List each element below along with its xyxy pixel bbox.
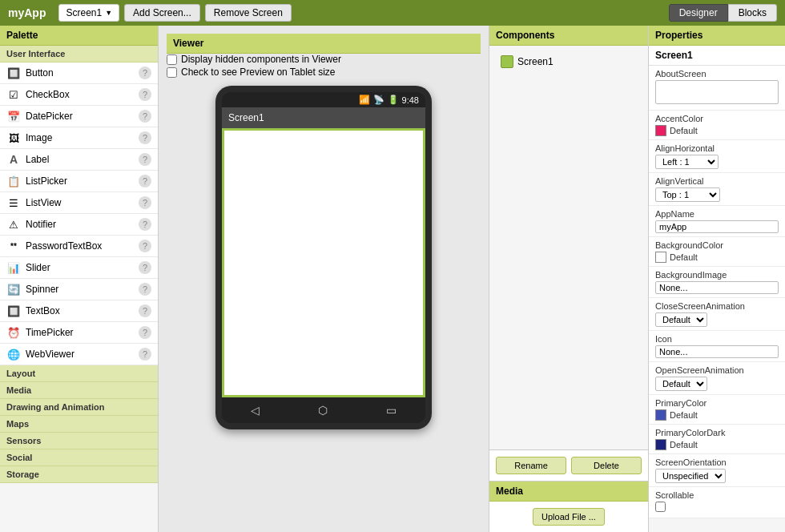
palette-item-textbox[interactable]: 🔲 TextBox ?: [0, 300, 158, 322]
palette-item-checkbox[interactable]: ☑ CheckBox ?: [0, 84, 158, 106]
help-icon[interactable]: ?: [139, 283, 151, 296]
help-icon[interactable]: ?: [139, 196, 151, 209]
palette-item-passwordtextbox[interactable]: ** PasswordTextBox ?: [0, 236, 158, 257]
component-screen1[interactable]: Screen1: [496, 52, 642, 71]
prop-value-primarycolor: Default: [670, 410, 698, 420]
blocks-button[interactable]: Blocks: [728, 4, 777, 22]
palette-item-notifier[interactable]: ⚠ Notifier ?: [0, 214, 158, 236]
palette-item-label: ListView: [26, 197, 61, 208]
tablet-preview-toggle[interactable]: Check to see Preview on Tablet size: [167, 66, 481, 78]
app-title: myApp: [8, 6, 46, 19]
help-icon[interactable]: ?: [139, 326, 151, 339]
hidden-components-label: Display hidden components in Viewer: [181, 54, 341, 65]
status-time: 9:48: [402, 95, 419, 105]
designer-button[interactable]: Designer: [669, 4, 728, 22]
timepicker-icon: ⏰: [6, 325, 21, 340]
accentcolor-swatch[interactable]: [655, 125, 666, 136]
prop-appname: AppName: [649, 206, 785, 237]
prop-select-alignvertical[interactable]: Top : 1 Center : 2 Bottom : 3: [655, 187, 720, 202]
prop-label-backgroundimage: BackgroundImage: [655, 270, 779, 280]
palette-item-label[interactable]: A Label ?: [0, 149, 158, 171]
screen-tab[interactable]: Screen1 ▼: [58, 4, 119, 22]
properties-header: Properties: [649, 26, 785, 46]
sensors-section[interactable]: Sensors: [0, 433, 158, 449]
palette-item-datepicker[interactable]: 📅 DatePicker ?: [0, 106, 158, 127]
palette-item-spinner[interactable]: 🔄 Spinner ?: [0, 279, 158, 300]
help-icon[interactable]: ?: [139, 175, 151, 187]
prop-select-closescreenanimation[interactable]: Default: [655, 312, 707, 327]
prop-primarycolordark: PrimaryColorDark Default: [649, 425, 785, 454]
upload-file-button[interactable]: Upload File ...: [533, 508, 605, 526]
drawing-animation-section[interactable]: Drawing and Animation: [0, 399, 158, 416]
help-icon[interactable]: ?: [139, 218, 151, 231]
slider-icon: 📊: [6, 260, 21, 275]
storage-section[interactable]: Storage: [0, 466, 158, 483]
palette-item-label: WebViewer: [26, 349, 74, 360]
signal-icon: 📡: [373, 95, 384, 105]
prop-select-alignhorizontal[interactable]: Left : 1 Right : 2 Center : 3: [655, 155, 719, 169]
palette-item-listpicker[interactable]: 📋 ListPicker ?: [0, 171, 158, 192]
prop-input-aboutscreen[interactable]: [655, 80, 779, 104]
primarycolor-swatch[interactable]: [655, 409, 666, 421]
palette-item-listview[interactable]: ☰ ListView ?: [0, 192, 158, 214]
palette-panel: Palette User Interface 🔲 Button ? ☑ Chec…: [0, 26, 159, 532]
prop-checkbox-scrollable[interactable]: [655, 502, 666, 512]
remove-screen-button[interactable]: Remove Screen: [205, 4, 292, 22]
listview-icon: ☰: [6, 195, 21, 210]
prop-label-scrollable: Scrollable: [655, 490, 779, 500]
phone-content-area[interactable]: [224, 131, 423, 395]
components-header: Components: [489, 26, 648, 46]
hidden-components-checkbox[interactable]: [167, 54, 177, 65]
prop-input-icon[interactable]: [655, 345, 779, 358]
palette-item-slider[interactable]: 📊 Slider ?: [0, 257, 158, 279]
properties-panel: Properties Screen1 AboutScreen AccentCol…: [649, 26, 785, 532]
palette-item-image[interactable]: 🖼 Image ?: [0, 127, 158, 149]
media-header: Media: [489, 482, 648, 502]
help-icon[interactable]: ?: [139, 66, 151, 79]
prop-input-appname[interactable]: [655, 220, 779, 233]
passwordtextbox-icon: **: [6, 239, 21, 253]
prop-alignhorizontal: AlignHorizontal Left : 1 Right : 2 Cente…: [649, 140, 785, 173]
tablet-preview-checkbox[interactable]: [167, 67, 177, 78]
help-icon[interactable]: ?: [139, 110, 151, 123]
prop-select-screenorientation[interactable]: Unspecified Portrait Landscape: [655, 469, 726, 483]
help-icon[interactable]: ?: [139, 261, 151, 274]
prop-primarycolor: PrimaryColor Default: [649, 395, 785, 425]
datepicker-icon: 📅: [6, 109, 21, 123]
prop-alignvertical: AlignVertical Top : 1 Center : 2 Bottom …: [649, 173, 785, 206]
help-icon[interactable]: ?: [139, 240, 151, 252]
media-section[interactable]: Media: [0, 382, 158, 399]
help-icon[interactable]: ?: [139, 131, 151, 144]
viewer-panel: Viewer Display hidden components in View…: [159, 26, 489, 532]
palette-item-label: Notifier: [26, 219, 56, 230]
palette-header: Palette: [0, 26, 158, 46]
help-icon[interactable]: ?: [139, 348, 151, 361]
add-screen-button[interactable]: Add Screen...: [124, 4, 200, 22]
palette-item-label: Image: [26, 132, 52, 143]
prop-value-accentcolor: Default: [670, 126, 698, 135]
delete-button[interactable]: Delete: [571, 457, 642, 474]
hidden-components-toggle[interactable]: Display hidden components in Viewer: [167, 54, 481, 65]
help-icon[interactable]: ?: [139, 304, 151, 317]
prop-label-primarycolor: PrimaryColor: [655, 398, 779, 408]
mode-toggle: Designer Blocks: [669, 4, 777, 22]
prop-input-backgroundimage[interactable]: [655, 281, 779, 294]
social-section[interactable]: Social: [0, 449, 158, 466]
palette-item-timepicker[interactable]: ⏰ TimePicker ?: [0, 322, 158, 344]
backgroundcolor-swatch[interactable]: [655, 252, 666, 263]
maps-section[interactable]: Maps: [0, 416, 158, 433]
spinner-icon: 🔄: [6, 282, 21, 296]
prop-accentcolor: AccentColor Default: [649, 111, 785, 140]
rename-button[interactable]: Rename: [496, 457, 566, 474]
palette-item-button[interactable]: 🔲 Button ?: [0, 62, 158, 84]
layout-section[interactable]: Layout: [0, 365, 158, 382]
palette-item-webviewer[interactable]: 🌐 WebViewer ?: [0, 344, 158, 365]
primarycolordark-swatch[interactable]: [655, 439, 666, 450]
palette-item-label-text: Label: [26, 154, 49, 165]
help-icon[interactable]: ?: [139, 88, 151, 101]
help-icon[interactable]: ?: [139, 153, 151, 166]
prop-label-backgroundcolor: BackgroundColor: [655, 240, 779, 250]
phone-titlebar: Screen1: [222, 107, 425, 128]
prop-select-openscreenanimation[interactable]: Default: [655, 377, 707, 391]
screen-tab-label: Screen1: [66, 7, 102, 18]
